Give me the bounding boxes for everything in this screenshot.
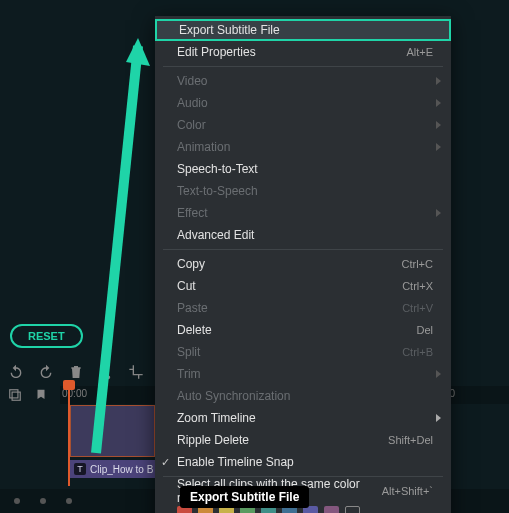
menu-video: Video: [155, 70, 451, 92]
chevron-right-icon: [436, 77, 441, 85]
menu-split: SplitCtrl+B: [155, 341, 451, 363]
menu-animation: Animation: [155, 136, 451, 158]
context-menu: Export Subtitle File Edit PropertiesAlt+…: [155, 16, 451, 513]
chevron-right-icon: [436, 121, 441, 129]
menu-advanced-edit[interactable]: Advanced Edit: [155, 224, 451, 246]
menu-audio: Audio: [155, 92, 451, 114]
status-dot: [66, 498, 72, 504]
menu-export-subtitle[interactable]: Export Subtitle File: [155, 19, 451, 41]
redo-icon[interactable]: [38, 364, 54, 380]
chevron-right-icon: [436, 99, 441, 107]
menu-effect: Effect: [155, 202, 451, 224]
menu-auto-sync: Auto Synchronization: [155, 385, 451, 407]
reset-button[interactable]: RESET: [10, 324, 83, 348]
menu-separator: [163, 249, 443, 250]
clip-label[interactable]: T Clip_How to B: [70, 460, 165, 478]
chevron-right-icon: [436, 143, 441, 151]
chevron-right-icon: [436, 209, 441, 217]
menu-delete[interactable]: DeleteDel: [155, 319, 451, 341]
menu-color: Color: [155, 114, 451, 136]
svg-rect-0: [10, 390, 18, 398]
delete-icon[interactable]: [68, 364, 84, 380]
menu-timeline-snap[interactable]: ✓Enable Timeline Snap: [155, 451, 451, 473]
track-tools: [0, 388, 48, 402]
menu-paste: PasteCtrl+V: [155, 297, 451, 319]
status-dot: [40, 498, 46, 504]
status-dot: [14, 498, 20, 504]
chevron-right-icon: [436, 370, 441, 378]
color-swatch-purple[interactable]: [324, 506, 339, 513]
color-swatch-none[interactable]: [345, 506, 360, 513]
svg-marker-3: [126, 38, 150, 66]
svg-rect-1: [12, 392, 20, 400]
menu-speech-to-text[interactable]: Speech-to-Text: [155, 158, 451, 180]
check-icon: ✓: [161, 456, 170, 469]
clip-name: Clip_How to B: [90, 464, 153, 475]
annotation-caption: Export Subtitle File: [180, 486, 309, 508]
crop-icon[interactable]: [128, 364, 144, 380]
menu-text-to-speech: Text-to-Speech: [155, 180, 451, 202]
text-icon: T: [74, 463, 86, 475]
marker-icon[interactable]: [34, 388, 48, 402]
undo-icon[interactable]: [8, 364, 24, 380]
menu-copy[interactable]: CopyCtrl+C: [155, 253, 451, 275]
menu-separator: [163, 66, 443, 67]
playhead[interactable]: [68, 386, 70, 486]
cut-icon[interactable]: [98, 364, 114, 380]
timeline-clip[interactable]: [70, 405, 155, 457]
menu-cut[interactable]: CutCtrl+X: [155, 275, 451, 297]
menu-edit-properties[interactable]: Edit PropertiesAlt+E: [155, 41, 451, 63]
menu-zoom-timeline[interactable]: Zoom Timeline: [155, 407, 451, 429]
chevron-right-icon: [436, 414, 441, 422]
menu-ripple-delete[interactable]: Ripple DeleteShift+Del: [155, 429, 451, 451]
menu-trim: Trim: [155, 363, 451, 385]
add-layer-icon[interactable]: [8, 388, 22, 402]
